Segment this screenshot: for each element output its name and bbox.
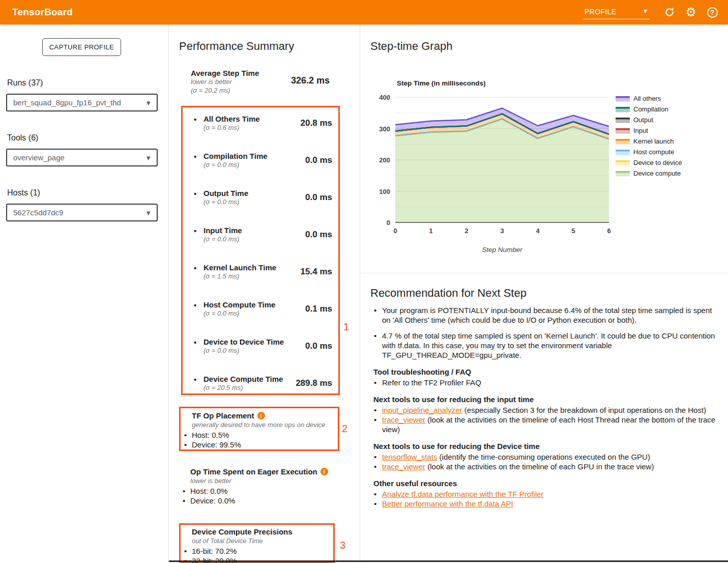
tool-item: input_pipeline_analyzer (especially Sect… (373, 405, 717, 415)
legend-swatch-line (616, 160, 630, 162)
refresh-button[interactable] (663, 6, 676, 19)
area-layer-device-compute (395, 119, 609, 222)
tool-item-text: (identify the time-consuming operations … (437, 453, 650, 461)
bullet-icon: • (194, 227, 196, 235)
hosts-select-value: 5627c5dd7dc9 (13, 208, 63, 217)
runs-select[interactable]: bert_squad_8gpu_fp16_pvt_thd ▼ (6, 94, 158, 111)
sidebar: CAPTURE PROFILE Runs (37) bert_squad_8gp… (0, 24, 169, 563)
legend-swatch-fill (616, 130, 630, 134)
tf-op-placement-title: TF Op Placement i (192, 411, 338, 420)
info-icon[interactable]: i (321, 468, 328, 475)
info-icon[interactable]: i (257, 412, 265, 419)
bullet-icon: • (194, 152, 196, 161)
annotation-3: 3 (340, 540, 345, 551)
faq-item: Refer to the TF2 Profiler FAQ (373, 378, 717, 387)
tfdata-api-link[interactable]: Better performance with the tf.data API (382, 499, 513, 508)
legend-swatch-line (616, 139, 630, 141)
chevron-down-icon: ▼ (145, 209, 152, 217)
bullet-icon: • (194, 338, 196, 347)
annotation-2: 2 (342, 423, 347, 435)
average-step-time-row: Average Step Time lower is better (σ = 2… (191, 69, 330, 95)
chevron-down-icon: ▼ (145, 99, 152, 107)
hosts-select[interactable]: 5627c5dd7dc9 ▼ (6, 204, 158, 221)
legend-swatch-fill (616, 141, 630, 145)
y-axis-tick-label: 300 (379, 125, 390, 133)
eager-execution-section: Op Time Spent on Eager Execution i lower… (190, 467, 343, 505)
step-time-chart[interactable]: Step Time (in milliseconds)0100200300400… (360, 71, 728, 270)
metric-value: 0.1 ms (305, 304, 332, 314)
y-axis-tick-label: 400 (379, 94, 390, 101)
bullet-icon: • (194, 115, 196, 124)
tool-item-text: (look at the activities on the timeline … (382, 415, 715, 434)
list-item: 16-bit: 70.2% (184, 546, 333, 556)
legend-swatch-line (616, 171, 630, 173)
precisions-note: out of Total Device Time (192, 537, 333, 545)
x-axis-tick-label: 2 (464, 227, 468, 235)
metric-value: 15.4 ms (301, 267, 332, 277)
tool-item: tensorflow_stats (identify the time-cons… (373, 452, 717, 462)
legend-swatch-line (616, 150, 630, 152)
average-step-time-sigma: (σ = 20.2 ms) (191, 86, 330, 95)
metric-value: 0.0 ms (305, 230, 332, 240)
app-title: TensorBoard (12, 7, 73, 18)
dashboard-dropdown-value: PROFILE (585, 8, 617, 16)
list-item: Host: 0.0% (182, 486, 343, 496)
tool-item: trace_viewer (look at the activities on … (373, 462, 717, 471)
help-icon: ? (707, 7, 718, 18)
settings-button[interactable]: ⚙ (684, 6, 697, 19)
performance-summary-title: Performance Summary (179, 40, 294, 53)
list-item: Host: 0.5% (184, 430, 338, 440)
resource-item: Analyze tf.data performance with the TF … (373, 489, 717, 499)
tools-select[interactable]: overview_page ▼ (6, 149, 158, 166)
app-header: TensorBoard PROFILE ▼ ⚙ ? (0, 0, 728, 24)
legend-item-label: Kernel launch (633, 137, 674, 145)
legend-item-label: Host compute (633, 148, 674, 156)
section-title-text: TF Op Placement (192, 411, 254, 420)
legend-item-label: Input (633, 127, 648, 134)
chevron-down-icon: ▼ (145, 154, 152, 162)
legend-item-label: Compilation (633, 105, 668, 113)
input-pipeline-analyzer-link[interactable]: input_pipeline_analyzer (382, 406, 462, 414)
recommendation-body: Your program is POTENTIALLY input-bound … (373, 305, 717, 509)
metric-row: • Host Compute Time (σ = 0.0 ms) 0.1 ms (194, 300, 330, 324)
tool-item-text: (look at the activities on the timeline … (425, 462, 654, 471)
tf-op-placement-note: generally desired to have more ops on de… (192, 420, 338, 429)
metric-row: • Output Time (σ = 0.0 ms) 0.0 ms (194, 189, 330, 212)
tensorflow-stats-link[interactable]: tensorflow_stats (382, 453, 437, 461)
input-tools-heading: Next tools to use for reducing the input… (373, 395, 717, 404)
legend-swatch-fill (616, 173, 630, 177)
legend-swatch-line (616, 128, 630, 130)
legend-swatch-fill (616, 120, 630, 123)
chart-title: Step Time (in milliseconds) (397, 79, 486, 87)
x-axis-tick-label: 0 (393, 227, 397, 235)
chevron-down-icon: ▼ (643, 8, 649, 15)
tools-label: Tools (6) (7, 133, 38, 143)
metric-row: • All Others Time (σ = 0.6 ms) 20.8 ms (194, 115, 330, 138)
y-axis-tick-label: 0 (387, 219, 390, 227)
legend-swatch-fill (616, 98, 630, 102)
divider (360, 273, 728, 273)
eager-execution-title: Op Time Spent on Eager Execution i (190, 467, 343, 476)
metric-value: 0.0 ms (305, 192, 332, 203)
x-axis-tick-label: 6 (607, 227, 610, 235)
metric-value: 0.0 ms (305, 155, 332, 165)
legend-swatch-line (616, 107, 630, 109)
tfdata-profiler-link[interactable]: Analyze tf.data performance with the TF … (382, 490, 543, 498)
capture-profile-button[interactable]: CAPTURE PROFILE (42, 38, 121, 56)
dashboard-dropdown[interactable]: PROFILE ▼ (584, 6, 650, 19)
legend-swatch-fill (616, 152, 630, 155)
trace-viewer-link[interactable]: trace_viewer (382, 415, 425, 424)
eager-execution-note: lower is better (190, 476, 343, 485)
list-item: Device: 99.5% (184, 440, 338, 449)
recommendation-bullet: 4.7 % of the total step time sampled is … (373, 331, 717, 360)
tools-select-value: overview_page (13, 153, 65, 162)
faq-heading: Tool troubleshooting / FAQ (373, 367, 717, 377)
metric-row: • Device to Device Time (σ = 0.0 ms) 0.0… (194, 337, 330, 361)
resources-heading: Other useful resources (373, 478, 717, 488)
trace-viewer-link[interactable]: trace_viewer (382, 462, 425, 471)
section-title-text: Op Time Spent on Eager Execution (190, 467, 317, 476)
highlight-box-3: Device Compute Precisions out of Total D… (179, 523, 335, 563)
gear-icon: ⚙ (685, 6, 696, 18)
help-button[interactable]: ? (706, 6, 719, 19)
x-axis-tick-label: 5 (571, 227, 575, 235)
